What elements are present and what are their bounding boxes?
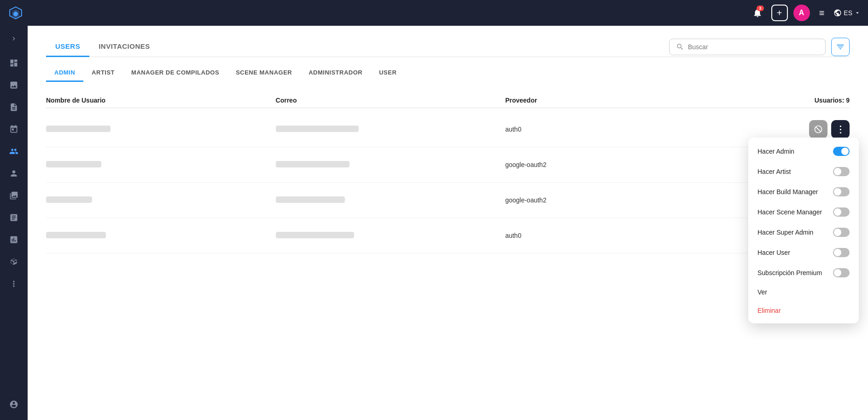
language-selector[interactable]: ES <box>833 9 861 17</box>
table-row: google-oauth2 ⋮ <box>46 183 850 218</box>
sidebar-item-document[interactable] <box>4 97 24 117</box>
main-tabs-row: USERS INVITACIONES <box>46 37 850 57</box>
role-tab-administrador[interactable]: ADMINISTRADOR <box>300 64 371 82</box>
toggle-hacer-build-manager[interactable] <box>833 187 850 196</box>
cell-email <box>276 196 506 204</box>
cell-provider: google-oauth2 <box>505 196 677 204</box>
dropdown-item-hacer-super-admin[interactable]: Hacer Super Admin <box>748 222 859 242</box>
cell-actions: ⋮ Hacer Admin Hacer Artist Hacer Build M… <box>677 120 850 138</box>
add-button[interactable]: + <box>771 5 788 21</box>
dropdown-item-hacer-user[interactable]: Hacer User <box>748 242 859 263</box>
sidebar-toggle[interactable] <box>6 31 21 47</box>
blurred-email <box>276 232 354 238</box>
disable-button[interactable] <box>809 120 827 138</box>
sidebar-item-chart[interactable] <box>4 230 24 250</box>
col-header-users-count: Usuarios: 9 <box>677 97 850 104</box>
notification-badge: 3 <box>757 6 764 11</box>
cell-email <box>276 126 506 133</box>
table-row: auth0 ⋮ <box>46 218 850 253</box>
toggle-hacer-super-admin[interactable] <box>833 228 850 237</box>
user-avatar[interactable]: A <box>793 5 810 21</box>
sidebar <box>0 26 28 420</box>
sidebar-item-users[interactable] <box>4 141 24 161</box>
blurred-email <box>276 126 359 132</box>
dropdown-item-hacer-build-manager[interactable]: Hacer Build Manager <box>748 182 859 202</box>
toggle-hacer-user[interactable] <box>833 248 850 257</box>
top-navigation: 3 + A ≡ ES <box>0 0 868 26</box>
role-tabs: ADMIN ARTIST MANAGER DE COMPILADOS SCENE… <box>46 64 850 82</box>
blurred-email <box>276 161 350 167</box>
col-header-username: Nombre de Usuario <box>46 97 276 104</box>
cell-provider: google-oauth2 <box>505 161 677 168</box>
toggle-hacer-admin[interactable] <box>833 147 850 156</box>
dropdown-item-hacer-scene-manager[interactable]: Hacer Scene Manager <box>748 202 859 222</box>
dropdown-item-hacer-artist[interactable]: Hacer Artist <box>748 161 859 182</box>
col-header-email: Correo <box>276 97 506 104</box>
tab-invitaciones[interactable]: INVITACIONES <box>89 37 159 57</box>
col-header-provider: Proveedor <box>505 97 677 104</box>
toggle-hacer-scene-manager[interactable] <box>833 207 850 217</box>
tab-users[interactable]: USERS <box>46 37 89 57</box>
notification-bell[interactable]: 3 <box>749 5 766 21</box>
toggle-hacer-artist[interactable] <box>833 167 850 176</box>
dropdown-item-hacer-admin[interactable]: Hacer Admin <box>748 141 859 161</box>
toggle-subscripcion-premium[interactable] <box>833 268 850 277</box>
sidebar-item-image[interactable] <box>4 75 24 95</box>
main-tabs: USERS INVITACIONES <box>46 37 159 57</box>
search-box <box>669 39 826 55</box>
filter-button[interactable] <box>831 38 850 56</box>
dropdown-item-ver[interactable]: Ver <box>748 283 859 301</box>
role-tab-manager-compilados[interactable]: MANAGER DE COMPILADOS <box>123 64 227 82</box>
blurred-email <box>276 196 345 203</box>
cell-username <box>46 232 276 240</box>
sidebar-item-file[interactable] <box>4 207 24 228</box>
hamburger-menu[interactable]: ≡ <box>816 6 828 20</box>
table-row: auth0 ⋮ Hacer Admin Hacer Artist <box>46 112 850 147</box>
sidebar-item-box[interactable] <box>4 252 24 272</box>
app-logo[interactable] <box>7 5 24 21</box>
cell-provider: auth0 <box>505 126 677 133</box>
dropdown-item-subscripcion-premium[interactable]: Subscripción Premium <box>748 263 859 283</box>
blurred-username <box>46 196 92 203</box>
search-input[interactable] <box>688 43 819 51</box>
role-tab-admin[interactable]: ADMIN <box>46 64 83 82</box>
dropdown-item-eliminar[interactable]: Eliminar <box>748 301 859 320</box>
dropdown-menu: Hacer Admin Hacer Artist Hacer Build Man… <box>748 138 859 323</box>
sidebar-item-profile[interactable] <box>4 394 24 414</box>
cell-username <box>46 196 276 204</box>
blurred-username <box>46 126 111 132</box>
more-options-button[interactable]: ⋮ <box>831 120 850 138</box>
main-content: USERS INVITACIONES ADMIN ARTIST MANAGER … <box>28 26 868 420</box>
role-tab-scene-manager[interactable]: SCENE MANAGER <box>227 64 300 82</box>
sidebar-item-calendar[interactable] <box>4 119 24 139</box>
sidebar-item-dashboard[interactable] <box>4 53 24 73</box>
role-tab-artist[interactable]: ARTIST <box>83 64 123 82</box>
cell-email <box>276 161 506 169</box>
blurred-username <box>46 161 101 167</box>
table-header: Nombre de Usuario Correo Proveedor Usuar… <box>46 93 850 108</box>
sidebar-item-gallery[interactable] <box>4 185 24 206</box>
cell-email <box>276 232 506 240</box>
table-row: google-oauth2 ⋮ <box>46 147 850 183</box>
blurred-username <box>46 232 106 238</box>
cell-provider: auth0 <box>505 232 677 239</box>
cell-username <box>46 126 276 133</box>
sidebar-item-user-check[interactable] <box>4 163 24 184</box>
sidebar-item-dots[interactable] <box>4 274 24 294</box>
cell-username <box>46 161 276 169</box>
tabs-right-controls <box>669 38 850 56</box>
role-tab-user[interactable]: USER <box>371 64 405 82</box>
main-layout: USERS INVITACIONES ADMIN ARTIST MANAGER … <box>0 26 868 420</box>
search-icon <box>676 43 684 51</box>
